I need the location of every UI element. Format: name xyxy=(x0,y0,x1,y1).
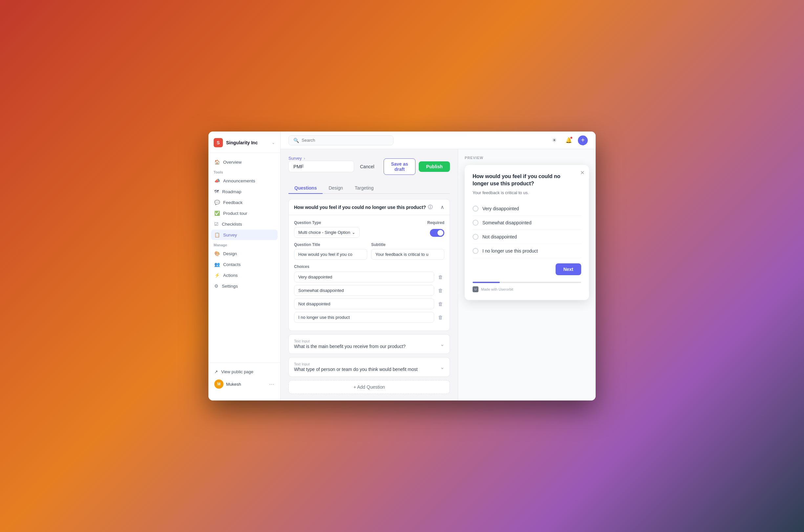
page-header: Survey › Cancel Save as draft Publish xyxy=(288,156,450,177)
announcements-icon: 📣 xyxy=(214,178,220,183)
sidebar-item-announcements[interactable]: 📣 Announcements xyxy=(211,175,278,186)
breadcrumb-survey[interactable]: Survey xyxy=(288,156,302,161)
question-subtitle-input[interactable] xyxy=(371,249,444,260)
sidebar-item-overview[interactable]: 🏠 Overview xyxy=(211,157,278,167)
manage-section-label: Manage xyxy=(211,241,278,248)
preview-option-4[interactable]: I no longer use this product xyxy=(472,244,581,258)
sidebar-item-feedback[interactable]: 💬 Feedback xyxy=(211,197,278,208)
select-chevron-icon: ⌄ xyxy=(352,230,355,235)
sidebar-item-contacts[interactable]: 👥 Contacts xyxy=(211,259,278,270)
preview-footer: U Made with Userorbit xyxy=(472,286,581,292)
preview-option-1[interactable]: Very disappointed xyxy=(472,202,581,216)
sidebar-item-design[interactable]: 🎨 Design xyxy=(211,248,278,259)
notifications-button[interactable]: 🔔 xyxy=(563,135,574,146)
delete-choice-2-button[interactable]: 🗑 xyxy=(437,286,444,294)
sidebar-item-actions[interactable]: ⚡ Actions xyxy=(211,270,278,281)
choices-section: Choices 🗑 🗑 🗑 xyxy=(294,264,444,323)
question-type-select[interactable]: Multi choice - Single Option ⌄ xyxy=(294,227,360,238)
content-area: Survey › Cancel Save as draft Publish Qu… xyxy=(281,149,596,400)
preview-next-button[interactable]: Next xyxy=(556,263,581,275)
tab-targeting[interactable]: Targeting xyxy=(349,183,380,194)
expand-icon-2[interactable]: ⌄ xyxy=(440,341,444,347)
question-subtitle-label: Subtitle xyxy=(371,242,444,247)
question-card-2: Text Input What is the main benefit you … xyxy=(288,334,450,354)
question-card-3-info: Text Input What type of person or team d… xyxy=(294,362,418,372)
question-1-title-text: How would you feel if you could no longe… xyxy=(294,205,426,210)
sidebar-item-roadmap[interactable]: 🗺 Roadmap xyxy=(211,186,278,197)
logo-icon: S xyxy=(213,138,223,147)
page-header-actions: Cancel Save as draft Publish xyxy=(354,158,450,175)
add-question-button[interactable]: + Add Question xyxy=(288,380,450,394)
question-card-3-header[interactable]: Text Input What type of person or team d… xyxy=(289,358,450,377)
tab-questions[interactable]: Questions xyxy=(288,183,323,194)
breadcrumb-separator: › xyxy=(303,156,305,161)
tab-design[interactable]: Design xyxy=(323,183,349,194)
choice-input-2[interactable] xyxy=(294,285,434,296)
required-toggle[interactable] xyxy=(430,229,444,237)
actions-icon: ⚡ xyxy=(214,272,220,278)
question-3-type: Text Input xyxy=(294,362,418,366)
title-subtitle-row: Question Title Subtitle xyxy=(294,242,444,260)
delete-choice-4-button[interactable]: 🗑 xyxy=(437,313,444,321)
sidebar-footer: ↗ View public page M Mukesh ⋯ xyxy=(208,362,280,395)
sidebar-item-product-tour[interactable]: ✅ Product tour xyxy=(211,208,278,218)
delete-choice-1-button[interactable]: 🗑 xyxy=(437,273,444,281)
save-draft-button[interactable]: Save as draft xyxy=(384,158,416,175)
view-public-page-label: View public page xyxy=(221,369,253,374)
survey-title-input[interactable] xyxy=(288,161,354,172)
view-public-page-link[interactable]: ↗ View public page xyxy=(211,367,278,377)
checklists-icon: ☑ xyxy=(214,222,219,227)
create-button[interactable]: + xyxy=(578,135,588,145)
question-card-1-body: Question Type Multi choice - Single Opti… xyxy=(289,215,450,330)
sidebar-item-survey[interactable]: 📋 Survey xyxy=(211,230,278,240)
preview-option-2[interactable]: Somewhat disappointed xyxy=(472,216,581,230)
question-type-label: Question Type xyxy=(294,221,427,225)
sidebar-label-announcements: Announcements xyxy=(223,178,255,183)
user-row[interactable]: M Mukesh ⋯ xyxy=(211,377,278,391)
sidebar-label-feedback: Feedback xyxy=(223,200,243,205)
preview-panel: PREVIEW ✕ How would you feel if you coul… xyxy=(458,149,596,400)
sidebar-item-settings[interactable]: ⚙ Settings xyxy=(211,281,278,291)
external-link-icon: ↗ xyxy=(214,369,218,374)
question-card-1-header[interactable]: How would you feel if you could no longe… xyxy=(289,200,450,215)
preview-progress-bar xyxy=(472,282,581,283)
sidebar-label-survey: Survey xyxy=(223,232,237,238)
choice-row-1: 🗑 xyxy=(294,271,444,282)
preview-radio-1 xyxy=(472,206,479,212)
sidebar-logo[interactable]: S Singularity Inc ⌄ xyxy=(208,132,280,153)
sidebar-item-checklists[interactable]: ☑ Checklists xyxy=(211,219,278,229)
question-card-2-info: Text Input What is the main benefit you … xyxy=(294,339,406,349)
search-bar[interactable]: 🔍 xyxy=(288,135,393,145)
preview-question-title: How would you feel if you could no longe… xyxy=(472,173,581,188)
choice-input-4[interactable] xyxy=(294,312,434,323)
question-card-2-header[interactable]: Text Input What is the main benefit you … xyxy=(289,335,450,354)
search-input[interactable] xyxy=(302,138,389,143)
question-card-1-title: How would you feel if you could no longe… xyxy=(294,204,441,210)
publish-button[interactable]: Publish xyxy=(419,162,450,172)
preview-close-button[interactable]: ✕ xyxy=(580,170,584,176)
contacts-icon: 👥 xyxy=(214,262,220,267)
preview-option-label-3: Not disappointed xyxy=(482,234,517,240)
required-label: Required xyxy=(427,221,444,225)
cancel-button[interactable]: Cancel xyxy=(354,162,380,172)
question-title-input[interactable] xyxy=(294,249,367,260)
main-area: 🔍 ☀ 🔔 + Survey xyxy=(281,132,596,400)
user-menu-icon[interactable]: ⋯ xyxy=(269,381,274,387)
feedback-icon: 💬 xyxy=(214,200,220,205)
question-help-icon: ⓘ xyxy=(428,204,432,210)
choice-input-3[interactable] xyxy=(294,299,434,309)
theme-toggle-button[interactable]: ☀ xyxy=(549,135,560,146)
collapse-icon[interactable]: ∧ xyxy=(441,204,444,210)
choice-input-1[interactable] xyxy=(294,271,434,282)
sidebar-label-checklists: Checklists xyxy=(222,222,242,227)
search-icon: 🔍 xyxy=(293,138,299,143)
sidebar-item-label: Overview xyxy=(223,160,242,165)
expand-icon-3[interactable]: ⌄ xyxy=(440,364,444,370)
delete-choice-3-button[interactable]: 🗑 xyxy=(437,300,444,308)
preview-option-3[interactable]: Not disappointed xyxy=(472,230,581,244)
preview-subtitle: Your feedback is critical to us. xyxy=(472,190,581,195)
sidebar-label-settings: Settings xyxy=(222,284,238,289)
breadcrumb: Survey › xyxy=(288,156,354,161)
question-2-type: Text Input xyxy=(294,339,406,343)
question-subtitle-group: Subtitle xyxy=(371,242,444,260)
